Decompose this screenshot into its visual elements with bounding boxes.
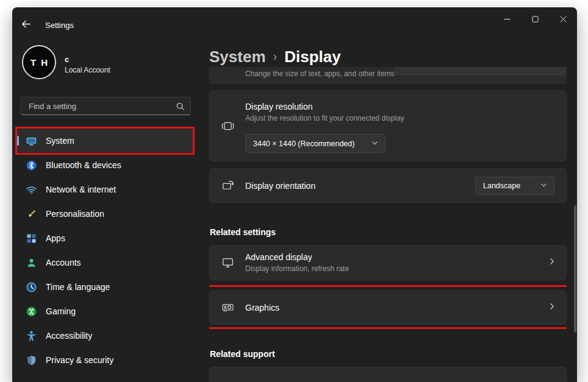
display-orientation-card: Display orientation Landscape <box>209 168 567 203</box>
paint-brush-icon <box>26 208 37 220</box>
shield-icon <box>26 355 37 366</box>
graphics-card[interactable]: Graphics <box>209 290 567 325</box>
gpu-icon <box>221 301 234 314</box>
accessibility-person-icon <box>26 330 37 342</box>
maximize-button[interactable] <box>521 7 549 32</box>
settings-scroll-area: Change the size of text, apps, and other… <box>209 67 567 382</box>
wifi-icon <box>26 184 37 196</box>
account-type-label: Local Account <box>65 66 110 74</box>
sidebar-item-label: System <box>46 136 74 146</box>
resolution-value: 3440 × 1440 (Recommended) <box>253 140 354 148</box>
system-monitor-icon <box>26 135 37 147</box>
back-arrow-icon <box>21 19 31 32</box>
sidebar-item-label: Accessibility <box>46 331 92 341</box>
resolution-title: Display resolution <box>245 102 313 111</box>
breadcrumb-separator-icon: › <box>273 49 278 63</box>
sidebar-item-system[interactable]: System <box>17 129 193 152</box>
maximize-icon <box>532 14 539 25</box>
chevron-right-icon <box>548 302 556 313</box>
advanced-display-card[interactable]: Advanced display Display information, re… <box>209 245 567 280</box>
minimize-button[interactable] <box>493 7 521 32</box>
scrollbar[interactable] <box>574 205 576 333</box>
display-orientation-icon <box>221 179 234 192</box>
xbox-icon <box>26 306 37 317</box>
related-settings-heading: Related settings <box>210 227 276 237</box>
resolution-subtitle: Adjust the resolution to fit your connec… <box>245 114 404 122</box>
breadcrumb-parent[interactable]: System <box>209 48 266 66</box>
sidebar-item-network-internet[interactable]: Network & internet <box>17 178 193 201</box>
support-card-partial[interactable] <box>209 367 567 382</box>
display-resolution-card: Display resolution Adjust the resolution… <box>209 90 567 161</box>
page-title: Display <box>284 48 341 66</box>
sidebar-item-label: Accounts <box>46 258 81 267</box>
sidebar-item-label: Privacy & security <box>46 355 113 365</box>
sidebar-item-privacy-security[interactable]: Privacy & security <box>17 348 193 372</box>
sidebar-item-accessibility[interactable]: Accessibility <box>17 324 193 347</box>
monitor-icon <box>221 256 234 269</box>
chevron-down-icon <box>371 139 379 149</box>
sidebar-item-label: Time & language <box>46 282 110 292</box>
related-support-heading: Related support <box>210 349 275 359</box>
avatar: T H <box>22 45 56 79</box>
scale-card-partial: Change the size of text, apps, and other… <box>209 67 567 84</box>
scale-subtitle: Change the size of text, apps, and other… <box>245 69 395 78</box>
sidebar-item-apps[interactable]: Apps <box>17 227 193 250</box>
graphics-title: Graphics <box>245 303 279 313</box>
close-icon <box>560 14 567 25</box>
window-controls <box>493 7 577 32</box>
sidebar-item-label: Bluetooth & devices <box>46 160 121 170</box>
apps-grid-icon <box>26 233 37 244</box>
sidebar-item-accounts[interactable]: Accounts <box>17 251 193 274</box>
sidebar-item-label: Gaming <box>46 306 76 316</box>
bluetooth-icon <box>26 160 37 171</box>
orientation-title: Display orientation <box>245 181 315 191</box>
selected-indicator <box>17 136 19 146</box>
orientation-dropdown[interactable]: Landscape <box>475 177 554 195</box>
settings-window: Settings T H c Local Account <box>12 7 577 382</box>
display-resolution-icon <box>221 119 234 132</box>
window-title: Settings <box>45 21 74 30</box>
sidebar-item-label: Apps <box>46 233 65 243</box>
close-button[interactable] <box>549 7 577 32</box>
sidebar-item-time-language[interactable]: Time & language <box>17 275 193 299</box>
sidebar-item-bluetooth-devices[interactable]: Bluetooth & devices <box>17 154 193 177</box>
sidebar-item-personalisation[interactable]: Personalisation <box>17 202 193 225</box>
user-name: c <box>65 55 69 64</box>
back-button[interactable] <box>18 18 34 32</box>
minimize-icon <box>504 14 511 25</box>
sidebar-item-gaming[interactable]: Gaming <box>17 300 193 323</box>
person-icon <box>26 257 37 269</box>
breadcrumb: System › Display <box>209 48 341 66</box>
chevron-right-icon <box>548 257 556 268</box>
search-input[interactable] <box>21 97 190 115</box>
advanced-display-subtitle: Display information, refresh rate <box>245 264 349 273</box>
advanced-display-title: Advanced display <box>245 252 312 262</box>
clock-icon <box>26 281 37 293</box>
user-account-card[interactable]: T H c Local Account <box>22 45 193 80</box>
scale-dropdown-partial[interactable] <box>395 67 565 75</box>
search-box <box>21 97 191 115</box>
orientation-value: Landscape <box>483 182 520 190</box>
search-icon <box>176 102 185 113</box>
resolution-dropdown[interactable]: 3440 × 1440 (Recommended) <box>245 134 385 153</box>
sidebar-item-label: Personalisation <box>46 209 104 219</box>
chevron-down-icon <box>540 181 548 191</box>
sidebar-item-label: Network & internet <box>46 185 116 194</box>
